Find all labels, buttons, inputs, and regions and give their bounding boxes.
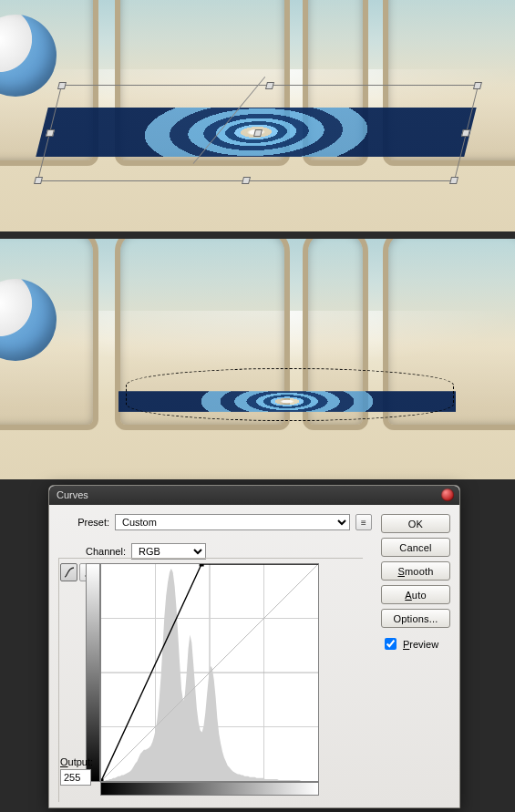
marching-ants-selection[interactable] xyxy=(126,368,454,421)
output-gradient xyxy=(86,563,100,782)
dialog-titlebar[interactable]: Curves xyxy=(49,486,459,505)
auto-button[interactable]: Auto xyxy=(381,585,450,604)
input-gradient xyxy=(100,782,319,796)
curves-canvas[interactable] xyxy=(100,563,319,782)
transform-handle-l[interactable] xyxy=(46,129,55,137)
screenshot-step-transform xyxy=(0,0,515,231)
preset-select[interactable]: Custom xyxy=(115,514,350,530)
preset-menu-icon[interactable]: ≡ xyxy=(355,514,372,530)
screenshot-step-curves: Curves Preset: Custom ≡ Channel: RGB xyxy=(0,485,515,812)
svg-rect-8 xyxy=(200,564,204,567)
dialog-title: Curves xyxy=(57,489,88,500)
output-field[interactable] xyxy=(60,769,91,786)
preset-label: Preset: xyxy=(62,517,109,528)
preview-checkbox-input[interactable] xyxy=(385,638,397,650)
options-button[interactable]: Options... xyxy=(381,609,450,628)
ok-button[interactable]: OK xyxy=(381,514,450,533)
cancel-button[interactable]: Cancel xyxy=(381,538,450,557)
curves-dialog: Curves Preset: Custom ≡ Channel: RGB xyxy=(48,485,460,808)
preview-checkbox[interactable]: Preview xyxy=(381,635,450,653)
free-transform-bbox[interactable] xyxy=(37,85,479,181)
transform-handle-tl[interactable] xyxy=(57,82,67,89)
channel-label: Channel: xyxy=(78,546,126,557)
svg-rect-7 xyxy=(101,779,104,782)
curves-button-column: OK Cancel Smooth Auto Options... Preview xyxy=(381,514,450,806)
preview-label: Preview xyxy=(403,639,438,650)
curves-graph-area: Output: xyxy=(60,563,347,800)
curve-point-tool-icon[interactable] xyxy=(60,563,77,581)
curves-left-pane: Preset: Custom ≡ Channel: RGB xyxy=(58,514,372,806)
smooth-button[interactable]: Smooth xyxy=(381,561,450,581)
close-icon[interactable] xyxy=(441,488,454,501)
output-label: Output: xyxy=(60,756,93,767)
screenshot-step-selection xyxy=(0,239,515,479)
